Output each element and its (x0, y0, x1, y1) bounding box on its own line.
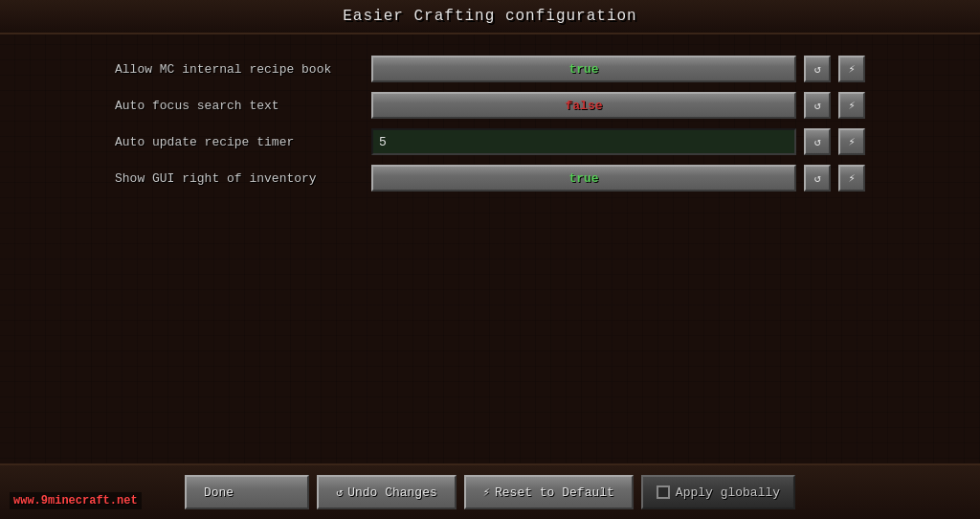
main-container: Easier Crafting configuration Allow MC i… (0, 0, 980, 519)
next-btn-3[interactable]: ⚡ (838, 165, 865, 192)
prev-icon-0: ↺ (813, 62, 820, 77)
config-row-2: Auto update recipe timer ↺ ⚡ (115, 126, 865, 157)
prev-icon-1: ↺ (813, 99, 820, 113)
value-allow-mc-internal-recipe-book: true (568, 62, 598, 77)
next-icon-3: ⚡ (848, 171, 855, 186)
label-show-gui-right-of-inventory: Show GUI right of inventory (115, 171, 364, 186)
toggle-show-gui-right-of-inventory[interactable]: true (371, 165, 796, 192)
label-auto-focus-search-text: Auto focus search text (115, 99, 364, 113)
prev-icon-3: ↺ (813, 171, 820, 186)
apply-globally-button[interactable]: Apply globally (641, 475, 795, 509)
next-icon-2: ⚡ (848, 135, 855, 149)
prev-icon-2: ↺ (813, 135, 820, 149)
toggle-auto-focus-search-text[interactable]: false (371, 92, 796, 119)
watermark: www.9minecraft.net (10, 492, 142, 509)
page-title: Easier Crafting configuration (343, 8, 636, 25)
done-button[interactable]: Done (185, 475, 309, 509)
prev-btn-0[interactable]: ↺ (804, 56, 831, 82)
toggle-allow-mc-internal-recipe-book[interactable]: true (371, 56, 796, 82)
prev-btn-2[interactable]: ↺ (804, 128, 831, 155)
next-btn-0[interactable]: ⚡ (838, 56, 865, 82)
value-show-gui-right-of-inventory: true (568, 171, 598, 186)
input-auto-update-recipe-timer[interactable] (371, 128, 796, 155)
next-btn-2[interactable]: ⚡ (838, 128, 865, 155)
apply-globally-checkbox[interactable] (657, 485, 670, 499)
label-allow-mc-internal-recipe-book: Allow MC internal recipe book (115, 62, 364, 77)
undo-icon: ↺ (336, 485, 343, 500)
done-label: Done (204, 485, 234, 500)
label-auto-update-recipe-timer: Auto update recipe timer (115, 135, 364, 149)
title-bar: Easier Crafting configuration (0, 0, 980, 34)
config-panel: Allow MC internal recipe book true ↺ ⚡ A… (0, 34, 980, 463)
reset-to-default-button[interactable]: ⚡ Reset to Default (464, 475, 634, 509)
config-row-3: Show GUI right of inventory true ↺ ⚡ (115, 163, 865, 193)
config-row-0: Allow MC internal recipe book true ↺ ⚡ (115, 54, 865, 84)
next-btn-1[interactable]: ⚡ (838, 92, 865, 119)
apply-globally-label: Apply globally (676, 485, 780, 500)
value-auto-focus-search-text: false (565, 99, 602, 113)
next-icon-1: ⚡ (848, 99, 855, 113)
reset-label: Reset to Default (495, 485, 614, 500)
next-icon-0: ⚡ (848, 62, 855, 77)
prev-btn-3[interactable]: ↺ (804, 165, 831, 192)
undo-changes-button[interactable]: ↺ Undo Changes (317, 475, 457, 509)
footer-bar: Done ↺ Undo Changes ⚡ Reset to Default A… (0, 463, 980, 519)
config-row-1: Auto focus search text false ↺ ⚡ (115, 90, 865, 121)
prev-btn-1[interactable]: ↺ (804, 92, 831, 119)
reset-icon: ⚡ (483, 485, 490, 500)
undo-label: Undo Changes (347, 485, 437, 500)
